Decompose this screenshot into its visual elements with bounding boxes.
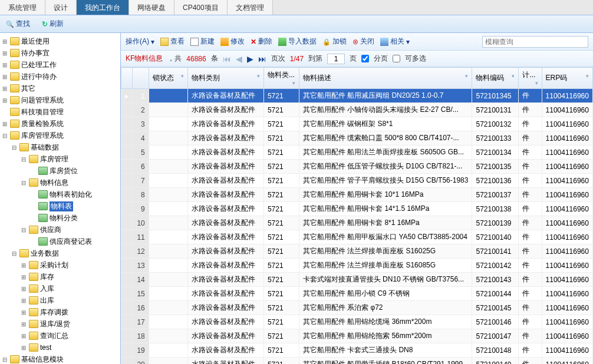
tree-node[interactable]: ⊞入库 <box>1 283 119 294</box>
chevron-down-icon[interactable]: ▾ <box>465 73 468 79</box>
tree-node[interactable]: ⊞出库 <box>1 294 119 306</box>
table-row[interactable]: 6水路设备器材及配件5721其它船用配件 低压管子螺纹接头 D10G CB/T8… <box>121 160 593 174</box>
table-row[interactable]: 19水路设备器材及配件5721其它船用配件 卡套式三通接头 DN85721001… <box>121 343 593 358</box>
tree-node[interactable]: ⊞待办事宜 <box>1 47 119 59</box>
multi-select-checkbox[interactable] <box>393 55 400 62</box>
chevron-down-icon[interactable]: ▾ <box>586 73 589 79</box>
tree-node[interactable]: ⊞已处理工作 <box>1 59 119 71</box>
table-cell: 件 <box>519 89 542 103</box>
grid-header[interactable] <box>121 68 133 89</box>
top-tab-3[interactable]: 网络硬盘 <box>129 0 174 15</box>
table-row[interactable]: 4水路设备器材及配件5721其它船用配件 缆索舱口盖 500*8 800 CB/… <box>121 131 593 145</box>
table-cell <box>121 358 133 365</box>
tree-node[interactable]: 科技项目管理 <box>1 106 119 118</box>
grid-header[interactable]: ERP码▾ <box>542 68 592 89</box>
table-row[interactable]: 20水路设备器材及配件5721其它船用配件 船用带舌插销 B18*60 CB/T… <box>121 358 593 365</box>
top-tab-0[interactable]: 系统管理 <box>0 0 45 15</box>
delete-button[interactable]: 删除 <box>251 37 272 47</box>
grid-header[interactable]: 物料描述▾ <box>299 68 472 89</box>
tree-node[interactable]: 物料表 <box>1 200 119 212</box>
edit-button[interactable]: 修改 <box>220 37 245 47</box>
table-row[interactable]: 7水路设备器材及配件5721其它船用配件 管子平肩螺纹接头 D15G CB/T5… <box>121 174 593 188</box>
tree-node[interactable]: ⊞test <box>1 342 119 353</box>
lock-button[interactable]: 加锁 <box>322 37 347 47</box>
tree-node[interactable]: ⊟库房管理 <box>1 153 119 165</box>
tree-node[interactable]: ⊞查询汇总 <box>1 330 119 342</box>
import-button[interactable]: 导入数据 <box>278 37 317 47</box>
table-row[interactable]: 10水路设备器材及配件5721其它船用配件 船用铜卡套 8*1 16MPa572… <box>121 216 593 230</box>
tree-node[interactable]: ⊟业务数据 <box>1 247 119 259</box>
table-row[interactable]: 5水路设备器材及配件5721其它船用配件 船用法兰单面焊接座板 S6050G G… <box>121 145 593 160</box>
tree-node[interactable]: ⊞最近使用 <box>1 35 119 47</box>
tree-node[interactable]: 物料分类 <box>1 212 119 224</box>
content-panel: 操作(A) ▾ 查看 新建 修改 删除 导入数据 加锁 关闭 相关 ▾ KF物料… <box>121 33 593 364</box>
tree-label: 查询汇总 <box>40 331 68 341</box>
table-row[interactable]: 2水路设备器材及配件5721其它船用配件 小轴传动圆头末端接头 E2-27 CB… <box>121 103 593 117</box>
first-page-button[interactable]: ⏮ <box>223 54 231 64</box>
tree-node[interactable]: ⊞库存调拨 <box>1 306 119 318</box>
tree-label: 已处理工作 <box>21 60 57 70</box>
tree-node[interactable]: ⊞问题管理系统 <box>1 94 119 106</box>
tree-node[interactable]: ⊞质量检验系统 <box>1 118 119 130</box>
next-page-button[interactable]: ▶ <box>247 54 253 64</box>
close-button[interactable]: 关闭 <box>352 37 374 47</box>
table-row[interactable]: 12水路设备器材及配件5721其它船用配件 法兰焊接单面座板 S16025G57… <box>121 244 593 259</box>
table-row[interactable]: 11水路设备器材及配件5721其它船用配件 船用甲板漏水口 YA50 CB/T3… <box>121 230 593 244</box>
related-icon <box>380 38 388 46</box>
table-row[interactable]: 8水路设备器材及配件5721其它船用配件 船用铜卡套 10*1 16MPa572… <box>121 188 593 202</box>
view-button[interactable]: 查看 <box>160 37 185 47</box>
tree-node[interactable]: ⊟基础信息模块 <box>1 353 119 364</box>
refresh-icon <box>42 20 48 28</box>
grid-header[interactable] <box>133 68 149 89</box>
page-input[interactable] <box>327 54 345 64</box>
grid-header[interactable]: 锁状态▾ <box>149 68 188 89</box>
operate-dropdown[interactable]: 操作(A) ▾ <box>126 37 154 47</box>
table-row[interactable]: 14水路设备器材及配件5721卡套式端对接直通管接头 DN10 不锈钢 GB/T… <box>121 273 593 287</box>
chevron-down-icon[interactable]: ▾ <box>181 73 184 79</box>
grid-header[interactable]: 计...▾ <box>519 68 542 89</box>
grid-header[interactable]: 物料类别▾ <box>188 68 264 89</box>
table-cell: 件 <box>519 315 542 329</box>
tree-node[interactable]: ⊟库房管理系统 <box>1 130 119 141</box>
tree-node[interactable]: ⊟基础数据 <box>1 141 119 153</box>
tree-node[interactable]: ⊞其它 <box>1 82 119 94</box>
grid-header[interactable]: 物料编码▾ <box>472 68 519 89</box>
tree-node[interactable]: ⊟物料信息 <box>1 177 119 188</box>
top-tab-5[interactable]: 文档管理 <box>228 0 273 15</box>
tree-node[interactable]: ⊞采购计划 <box>1 259 119 271</box>
chevron-down-icon[interactable]: ▾ <box>292 80 295 86</box>
split-page-checkbox[interactable] <box>361 55 369 62</box>
table-row[interactable]: 13水路设备器材及配件5721其它船用配件 法兰焊接单面座板 S16085G57… <box>121 259 593 273</box>
table-row[interactable]: 18水路设备器材及配件5721其它船用配件 船用锦纶拖索 56mm*200m57… <box>121 329 593 343</box>
prev-page-button[interactable]: ◀ <box>236 54 242 64</box>
tree-node[interactable]: ⊞库存 <box>1 271 119 283</box>
table-row[interactable]: 3水路设备器材及配件5721其它船用配件 碳钢框架 S8*1572100132件… <box>121 117 593 131</box>
chevron-down-icon[interactable]: ▾ <box>512 73 515 79</box>
tree-node[interactable]: 物料表初始化 <box>1 188 119 200</box>
search-button[interactable]: 查找 <box>6 19 30 29</box>
chevron-down-icon[interactable]: ▾ <box>257 73 260 79</box>
tree-node[interactable]: ⊞进行中待办 <box>1 71 119 82</box>
refresh-button[interactable]: 刷新 <box>42 19 64 29</box>
table-cell <box>121 329 133 343</box>
table-row[interactable]: 15水路设备器材及配件5721其它船用配件 船用小锁 C9 不锈钢5721001… <box>121 287 593 301</box>
last-page-button[interactable]: ⏭ <box>258 54 266 64</box>
top-tab-2[interactable]: 我的工作台 <box>77 0 129 15</box>
table-cell <box>149 202 188 216</box>
tree-node[interactable]: ⊞退库/退货 <box>1 318 119 330</box>
tree-node[interactable]: 库房货位 <box>1 165 119 177</box>
related-dropdown[interactable]: 相关 ▾ <box>380 37 410 47</box>
table-row[interactable]: ▸1水路设备器材及配件5721其它船用配件 船用减压阀组 DN20/25 1.0… <box>121 89 593 103</box>
lock-icon <box>322 38 331 46</box>
grid-header[interactable]: 物料类...▾ <box>263 68 299 89</box>
table-row[interactable]: 16水路设备器材及配件5721其它船用配件 系泊索 φ72572100145件1… <box>121 301 593 315</box>
top-tab-1[interactable]: 设计 <box>45 0 77 15</box>
new-button[interactable]: 新建 <box>190 37 215 47</box>
fuzzy-search-input[interactable] <box>482 36 588 48</box>
top-tab-4[interactable]: CP400项目 <box>174 0 228 15</box>
tree-node[interactable]: ⊟供应商 <box>1 224 119 236</box>
chevron-down-icon[interactable]: ▾ <box>535 80 538 86</box>
table-row[interactable]: 17水路设备器材及配件5721其它船用配件 船用锦纶缆绳 36mm*200m57… <box>121 315 593 329</box>
table-row[interactable]: 9水路设备器材及配件5721其它船用配件 船用铜卡套 14*1.5 16MPa5… <box>121 202 593 216</box>
tree-node[interactable]: 供应商登记表 <box>1 236 119 247</box>
